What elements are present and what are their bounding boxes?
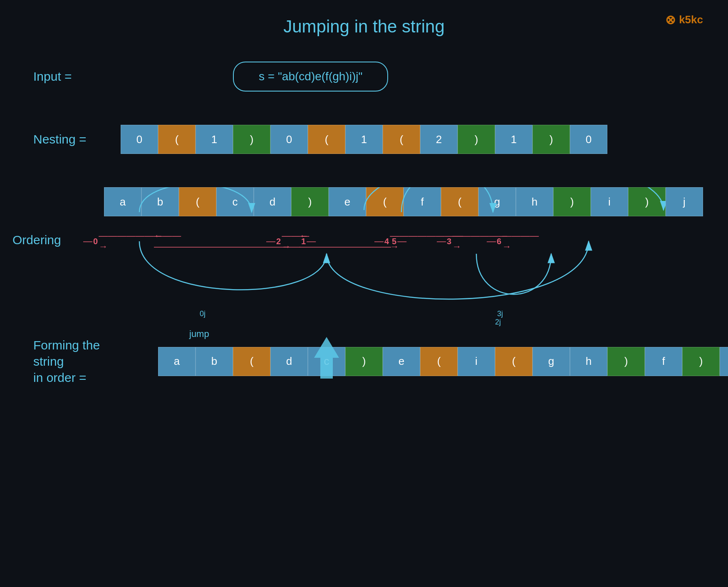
nesting-cell: (: [308, 125, 345, 154]
nesting-cell: 0: [570, 125, 607, 154]
result-cell: ): [682, 347, 720, 376]
result-cell: a: [158, 347, 196, 376]
string-cell: e: [329, 187, 366, 216]
result-cell: b: [196, 347, 233, 376]
result-cell: (: [495, 347, 532, 376]
svg-text:2j: 2j: [495, 318, 501, 326]
string-cell: h: [516, 187, 553, 216]
result-label: Forming the stringin order =: [33, 337, 116, 386]
string-cell: i: [591, 187, 628, 216]
string-cell: (: [441, 187, 478, 216]
string-cell: a: [104, 187, 141, 216]
result-section: Forming the stringin order = ab(dc)e(i(g…: [33, 337, 728, 386]
ordering-section: Ordering —0—————————→←————————————————1—…: [83, 229, 728, 254]
result-cell: c: [308, 347, 345, 376]
string-cell: ): [291, 187, 329, 216]
ordering-row: —0—————————→←————————————————1——2———→←——…: [83, 229, 728, 254]
string-cell: ): [553, 187, 591, 216]
nesting-cell: 2: [420, 125, 458, 154]
input-value: s = "ab(cd)e(f(gh)i)j": [233, 62, 388, 92]
string-cell: ): [628, 187, 666, 216]
result-cell: i: [458, 347, 495, 376]
ordering-item: ←——————————5—: [300, 230, 374, 252]
string-cell: (: [366, 187, 404, 216]
page-title: Jumping in the string: [0, 0, 728, 37]
nesting-cell: 1: [495, 125, 532, 154]
string-cell: (: [179, 187, 216, 216]
nesting-cell: 0: [121, 125, 158, 154]
nesting-cell: 1: [196, 125, 233, 154]
string-cell: j: [666, 187, 703, 216]
nesting-cell: ): [532, 125, 570, 154]
result-cell: ): [345, 347, 383, 376]
result-cells-row: ab(dc)e(i(gh)f)j: [158, 347, 728, 376]
string-cell: b: [141, 187, 179, 216]
string-cell: d: [254, 187, 291, 216]
logo: ⊗ k5kc: [665, 12, 703, 27]
result-cell: (: [233, 347, 270, 376]
ordering-item: —3——————→: [437, 230, 487, 252]
string-cells-section: ab(cd)e(f(gh)i)j: [83, 187, 728, 216]
result-cell: g: [532, 347, 570, 376]
logo-text: k5kc: [679, 13, 703, 26]
ordering-item: —2———→: [266, 230, 300, 252]
nesting-cell: 1: [345, 125, 383, 154]
nesting-cell: (: [383, 125, 420, 154]
result-cell: j: [720, 347, 728, 376]
string-cell: c: [216, 187, 254, 216]
string-cells-row: ab(cd)e(f(gh)i)j: [104, 187, 728, 216]
ordering-label: Ordering: [12, 233, 61, 247]
nesting-cell: 0: [270, 125, 308, 154]
ordering-item: —6————→: [487, 230, 528, 252]
ordering-item: —0—————————→: [83, 230, 154, 252]
nesting-label: Nesting =: [33, 132, 100, 146]
logo-icon: ⊗: [665, 12, 676, 27]
string-cell: f: [404, 187, 441, 216]
result-cell: f: [645, 347, 682, 376]
result-cell: ): [607, 347, 645, 376]
svg-text:0j: 0j: [200, 310, 206, 318]
input-section: Input = s = "ab(cd)e(f(gh)i)j": [33, 62, 728, 92]
nesting-cell: ): [233, 125, 270, 154]
string-cell: g: [478, 187, 516, 216]
ordering-item: —4————————→: [374, 230, 437, 252]
input-label: Input =: [33, 69, 100, 84]
nesting-cell: ): [458, 125, 495, 154]
nesting-cells-row: 0(1)0(1(2)1)0: [121, 125, 607, 154]
result-cell: d: [270, 347, 308, 376]
result-cell: e: [383, 347, 420, 376]
result-cell: (: [420, 347, 458, 376]
nesting-cell: (: [158, 125, 196, 154]
result-cell: h: [570, 347, 607, 376]
nesting-section: Nesting = 0(1)0(1(2)1)0: [33, 125, 728, 154]
svg-text:3j: 3j: [497, 310, 503, 318]
ordering-item: ←————————————————1—: [154, 230, 266, 252]
